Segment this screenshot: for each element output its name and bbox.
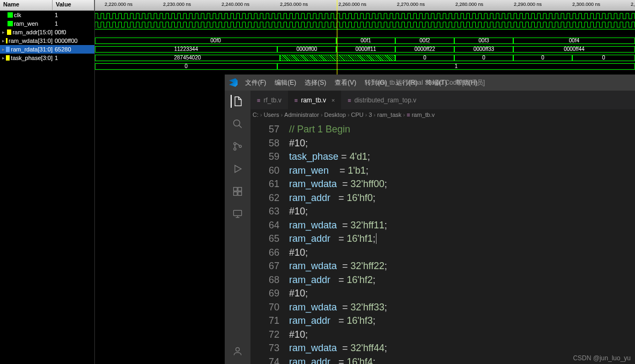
signal-row-ram_wdata310[interactable]: ▸ram_wdata[31:0]0000ff00 [0, 36, 94, 45]
crumb-part[interactable]: Desktop [324, 112, 346, 118]
svg-rect-4 [234, 188, 238, 191]
tab-label: distributed_ram_top.v [355, 96, 416, 104]
code-line[interactable]: #10; [289, 137, 635, 151]
expand-icon[interactable]: ▸ [2, 55, 5, 61]
window-title: ram_tb.v - Visual Studio Code [管理员] [375, 78, 485, 87]
code-line[interactable]: // Part 1 Begin [289, 123, 635, 137]
track-wdata[interactable]: 112233440000ff000000ff110000ff220000ff33… [95, 45, 635, 54]
code-line[interactable]: ram_addr = 16'hf1; [289, 232, 635, 246]
signal-icon [6, 38, 8, 43]
col-name[interactable]: Name [0, 0, 53, 10]
titlebar[interactable]: 文件(F)编辑(E)选择(S)查看(V)转到(G)运行(R)终端(T)帮助(H)… [225, 75, 635, 91]
time-tick: 2,290.000 ns [514, 2, 542, 7]
tab-distributed_ram_top-v[interactable]: ≡distributed_ram_top.v [341, 91, 423, 109]
code-line[interactable]: #10; [289, 205, 635, 219]
track-addr[interactable]: 00f000f100f200f300f4 [95, 36, 635, 45]
track-wen[interactable] [95, 28, 635, 36]
wave-segment: 0 [572, 55, 635, 61]
svg-rect-7 [238, 192, 242, 196]
code-line[interactable]: #10; [289, 287, 635, 301]
code-line[interactable]: #10; [289, 328, 635, 342]
line-number: 58 [250, 137, 279, 151]
code-line[interactable]: ram_wdata = 32'hff00; [289, 177, 635, 191]
run-debug-icon[interactable] [231, 162, 244, 175]
wave-transition [280, 55, 395, 61]
line-number: 59 [250, 150, 279, 164]
tab-rf_tb-v[interactable]: ≡rf_tb.v [250, 91, 288, 109]
code-content[interactable]: // Part 1 Begin#10;task_phase = 4'd1;ram… [289, 123, 635, 364]
signal-row-task_phase30[interactable]: ▸task_phase[3:0]1 [0, 54, 94, 62]
crumb-part[interactable]: C: [253, 112, 259, 118]
waveform-viewer[interactable]: 2,220.000 ns2,230.000 ns2,240.000 ns2,25… [95, 0, 635, 75]
vscode-window: 文件(F)编辑(E)选择(S)查看(V)转到(G)运行(R)终端(T)帮助(H)… [225, 75, 635, 364]
svg-rect-5 [238, 188, 242, 191]
tab-ram_tb-v[interactable]: ≡ram_tb.v× [288, 91, 342, 109]
expand-icon[interactable]: ▸ [2, 29, 6, 35]
svg-point-0 [234, 120, 240, 127]
crumb-part[interactable]: ram_task [377, 112, 401, 118]
waveform-cursor[interactable] [337, 0, 337, 75]
wave-segment: 00f2 [395, 38, 454, 44]
signal-value: 1 [53, 20, 94, 27]
crumb-part[interactable]: Administrator [284, 112, 319, 118]
line-number: 64 [250, 219, 279, 233]
signal-icon [6, 47, 10, 52]
signal-row-clk[interactable]: clk1 [0, 11, 94, 19]
signal-row-ram_wen[interactable]: ram_wen1 [0, 19, 94, 28]
code-line[interactable]: ram_wdata = 32'hff11; [289, 219, 635, 233]
track-clk[interactable] [95, 19, 635, 28]
source-control-icon[interactable] [231, 140, 244, 153]
signal-value: 1 [53, 12, 94, 18]
extensions-icon[interactable] [231, 185, 244, 198]
wave-segment: 00f1 [336, 38, 395, 44]
signal-row-ram_addr150[interactable]: ▸ram_addr[15:0]00f0 [0, 28, 94, 36]
signal-row-ram_rdata310[interactable]: ▸ram_rdata[31:0]65280 [0, 45, 94, 54]
code-line[interactable]: ram_addr = 16'hf3; [289, 314, 635, 328]
menu-item[interactable]: 编辑(E) [271, 77, 299, 88]
signal-name: clk [14, 12, 21, 18]
code-line[interactable]: #10; [289, 246, 635, 260]
remote-icon[interactable] [231, 207, 244, 220]
crumb-part[interactable]: 3 [368, 112, 372, 118]
expand-icon[interactable]: ▸ [2, 38, 5, 43]
track-rdata[interactable]: 2874540200000 [95, 54, 635, 62]
search-icon[interactable] [231, 117, 244, 130]
line-number: 71 [250, 314, 279, 328]
menu-item[interactable]: 选择(S) [301, 77, 329, 88]
explorer-icon[interactable] [231, 95, 243, 108]
crumb-part[interactable]: Users [264, 112, 279, 118]
svg-point-1 [234, 143, 236, 145]
wave-segment: 0 [513, 55, 572, 61]
crumb-part[interactable]: ≡ ram_tb.v [407, 112, 434, 118]
code-line[interactable]: ram_wdata = 32'hff44; [289, 341, 635, 355]
menu-item[interactable]: 文件(F) [242, 77, 269, 88]
breadcrumb[interactable]: C:›Users›Administrator›Desktop›CPU›3›ram… [225, 109, 635, 120]
verilog-icon: ≡ [294, 97, 298, 103]
close-icon[interactable]: × [331, 97, 335, 103]
signal-icon [7, 29, 12, 35]
expand-icon[interactable]: ▸ [2, 47, 5, 52]
code-line[interactable]: task_phase = 4'd1; [289, 150, 635, 164]
accounts-icon[interactable] [231, 345, 244, 358]
track-clk[interactable] [95, 11, 635, 19]
line-number: 62 [250, 191, 279, 205]
crumb-part[interactable]: CPU [351, 112, 364, 118]
code-line[interactable]: ram_addr = 16'hf0; [289, 191, 635, 205]
code-line[interactable]: ram_addr = 16'hf2; [289, 273, 635, 287]
code-line[interactable]: ram_wen = 1'b1; [289, 164, 635, 178]
time-ruler[interactable]: 2,220.000 ns2,230.000 ns2,240.000 ns2,25… [95, 0, 635, 11]
signal-name: ram_wdata[31:0] [9, 38, 53, 44]
col-value[interactable]: Value [53, 0, 94, 10]
code-line[interactable]: ram_wdata = 32'hff22; [289, 259, 635, 273]
menu-item[interactable]: 查看(V) [331, 77, 359, 88]
track-task[interactable]: 01 [95, 62, 635, 71]
line-number: 60 [250, 164, 279, 178]
code-editor[interactable]: 57585960616263646566676869707172737475 /… [250, 123, 635, 364]
text-cursor [376, 233, 376, 244]
wave-segment: 0000ff44 [513, 46, 635, 53]
line-number: 70 [250, 301, 279, 315]
signal-name: task_phase[3:0] [11, 55, 53, 61]
code-line[interactable]: ram_wdata = 32'hff33; [289, 301, 635, 315]
line-number: 63 [250, 205, 279, 219]
time-tick: 2,260.000 ns [338, 2, 366, 7]
